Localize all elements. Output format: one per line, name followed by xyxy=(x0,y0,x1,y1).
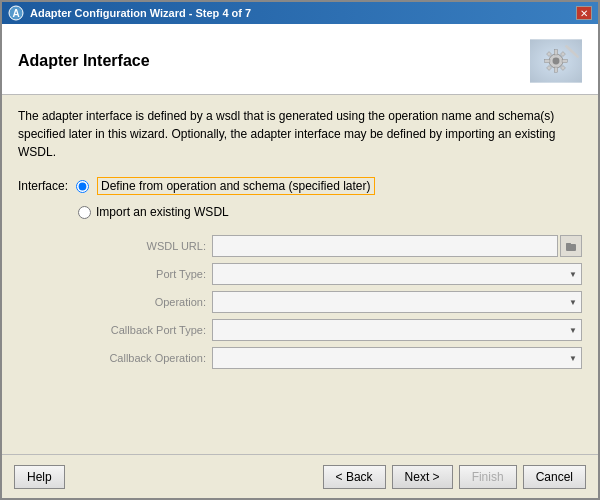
callback-operation-dropdown[interactable]: ▼ xyxy=(212,347,582,369)
wsdl-url-label: WSDL URL: xyxy=(86,240,206,252)
svg-rect-15 xyxy=(566,243,571,245)
content-area: The adapter interface is defined by a ws… xyxy=(2,95,598,454)
svg-text:A: A xyxy=(12,8,19,19)
finish-button[interactable]: Finish xyxy=(459,465,517,489)
port-type-dropdown[interactable]: ▼ xyxy=(212,263,582,285)
operation-label: Operation: xyxy=(86,296,206,308)
description-text: The adapter interface is defined by a ws… xyxy=(18,107,582,161)
callback-operation-row: Callback Operation: ▼ xyxy=(86,347,582,369)
folder-icon xyxy=(565,240,577,252)
svg-rect-14 xyxy=(566,244,576,251)
form-fields: WSDL URL: Port Type: xyxy=(86,235,582,369)
radio-import[interactable] xyxy=(78,206,91,219)
callback-port-type-dropdown[interactable]: ▼ xyxy=(212,319,582,341)
radio-import-label: Import an existing WSDL xyxy=(96,205,229,219)
interface-label-row: Interface: Define from operation and sch… xyxy=(18,177,582,195)
interface-section: Interface: Define from operation and sch… xyxy=(18,177,582,369)
title-bar-left: A Adapter Configuration Wizard - Step 4 … xyxy=(8,5,251,21)
header-area: Adapter Interface xyxy=(2,24,598,95)
radio-import-row: Import an existing WSDL xyxy=(78,205,582,219)
radio-define-label: Define from operation and schema (specif… xyxy=(97,177,374,195)
callback-port-type-arrow: ▼ xyxy=(569,326,577,335)
port-type-label: Port Type: xyxy=(86,268,206,280)
callback-port-type-row: Callback Port Type: ▼ xyxy=(86,319,582,341)
header-icon-area xyxy=(522,36,582,86)
main-window: A Adapter Configuration Wizard - Step 4 … xyxy=(0,0,600,500)
radio-define[interactable] xyxy=(76,180,89,193)
operation-dropdown[interactable]: ▼ xyxy=(212,291,582,313)
svg-rect-5 xyxy=(554,50,557,55)
page-title: Adapter Interface xyxy=(18,52,150,70)
interface-label: Interface: xyxy=(18,179,68,193)
wsdl-url-row: WSDL URL: xyxy=(86,235,582,257)
gear-icon xyxy=(530,39,582,83)
svg-point-4 xyxy=(553,58,560,65)
close-button[interactable]: ✕ xyxy=(576,6,592,20)
back-button[interactable]: < Back xyxy=(323,465,386,489)
callback-operation-arrow: ▼ xyxy=(569,354,577,363)
svg-rect-6 xyxy=(554,67,557,72)
footer-left: Help xyxy=(14,465,65,489)
port-type-row: Port Type: ▼ xyxy=(86,263,582,285)
next-button[interactable]: Next > xyxy=(392,465,453,489)
svg-rect-8 xyxy=(562,59,567,62)
callback-operation-label: Callback Operation: xyxy=(86,352,206,364)
title-bar-text: Adapter Configuration Wizard - Step 4 of… xyxy=(30,7,251,19)
wsdl-url-input[interactable] xyxy=(212,235,558,257)
wsdl-url-input-group xyxy=(212,235,582,257)
port-type-arrow: ▼ xyxy=(569,270,577,279)
wsdl-browse-button[interactable] xyxy=(560,235,582,257)
operation-arrow: ▼ xyxy=(569,298,577,307)
svg-rect-7 xyxy=(545,59,550,62)
footer: Help < Back Next > Finish Cancel xyxy=(2,454,598,498)
footer-right: < Back Next > Finish Cancel xyxy=(323,465,586,489)
wizard-icon: A xyxy=(8,5,24,21)
title-bar: A Adapter Configuration Wizard - Step 4 … xyxy=(2,2,598,24)
cancel-button[interactable]: Cancel xyxy=(523,465,586,489)
operation-row: Operation: ▼ xyxy=(86,291,582,313)
help-button[interactable]: Help xyxy=(14,465,65,489)
callback-port-type-label: Callback Port Type: xyxy=(86,324,206,336)
